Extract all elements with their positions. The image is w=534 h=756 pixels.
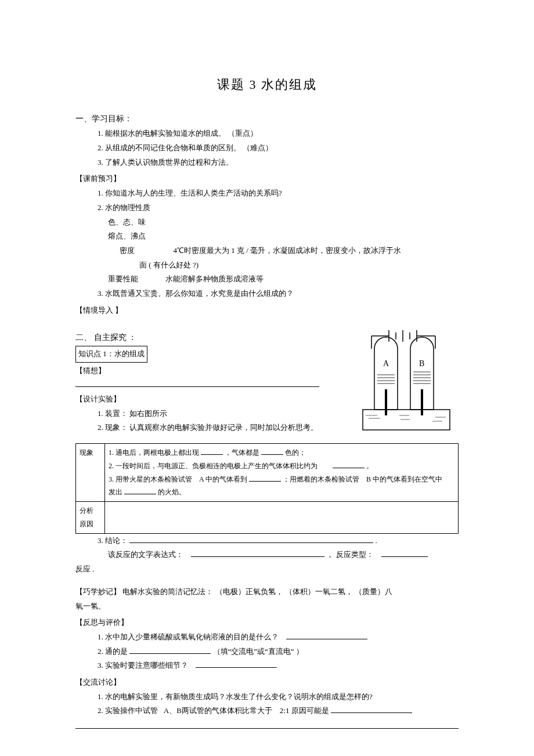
reflect-q3-blank <box>196 660 277 668</box>
ph-l4-b: 的火焰。 <box>158 488 186 496</box>
table-analysis-cell <box>105 502 459 534</box>
observation-table: 现象 1. 通电后，两根电极上都出现 ，气体都是 色的； 2. 一段时间后，与电… <box>75 443 459 534</box>
prestudy-p22: 熔点、沸点 <box>75 229 459 244</box>
goal-item-1: 1. 能根据水的电解实验知道水的组成。 （重点） <box>75 126 459 141</box>
conc-l2-a: 该反应的文字表达式： <box>108 550 183 559</box>
reflect-head: 【反思与评价】 <box>75 616 459 630</box>
prestudy-q3: 3. 水既普通又宝贵。那么你知道，水究竟是由什么组成的？ <box>75 287 459 301</box>
reflect-q1-text: 1. 水中加入少量稀硫酸或氢氧化钠溶液的目的是什么？ <box>98 632 279 641</box>
ph-blank-3 <box>333 461 365 468</box>
conc-l1-b: . <box>376 536 377 545</box>
prestudy-q1: 1. 你知道水与人的生理、生活和人类生产活动的关系吗? <box>75 186 459 201</box>
ph-blank-5 <box>124 487 156 494</box>
conc-blank-2 <box>191 549 324 557</box>
ph-l1-b: ，气体都是 <box>225 448 259 457</box>
reflect-q2-blank <box>129 646 211 654</box>
mnemonic-line-2: 氧一氢。 <box>75 599 459 614</box>
design-head: 【设计实验】 <box>75 392 348 407</box>
reflect-q1: 1. 水中加入少量稀硫酸或氢氧化钠溶液的目的是什么？ <box>75 630 459 645</box>
svg-rect-22 <box>363 410 450 430</box>
discuss-q2-c: 2:1 原因可能是 <box>280 706 329 715</box>
prestudy-p23-line1: 密度 4℃时密度最大为 1 克 / 毫升，水凝固成冰时，密度变小，故冰浮于水 <box>75 244 459 258</box>
reflect-q2: 2. 通的是 （填“交流电”或“直流电” ） <box>75 645 459 659</box>
electrolysis-diagram: A B <box>354 325 459 441</box>
prestudy-p21: 色、态、味 <box>75 215 459 230</box>
discuss-q1: 1. 水的电解实验里，有新物质生成吗？水发生了什么变化？说明水的组成是怎样的? <box>75 690 459 704</box>
design-item-1: 1. 装置： 如右图所示 <box>75 407 348 421</box>
prestudy-p23-line2: 面 ( 有什么好处 ?) <box>75 258 459 273</box>
prestudy-head: 【课前预习】 <box>75 172 459 186</box>
reflect-q3: 3. 实验时要注意哪些细节？ <box>75 659 459 673</box>
section-2-head: 二、 自主探究 ： <box>75 330 348 346</box>
prestudy-q2: 2. 水的物理性质 <box>75 201 459 215</box>
guess-label: 【猜想】 <box>75 366 106 375</box>
context-head: 【情境导入 】 <box>75 303 459 318</box>
ph-l1-c: 色的； <box>285 448 306 457</box>
ph-l3-d: B 中的气体看到在空气中 <box>366 475 442 483</box>
design-item-2: 2. 现象： 认真观察水的电解实验并做好记录，同时加以分析思考。 <box>75 421 348 435</box>
table-label-phenomenon: 现象 <box>76 444 105 502</box>
discuss-q2-b: A、B两试管的气体体积比常大于 <box>164 706 272 715</box>
ph-blank-4 <box>249 475 281 482</box>
ph-l4-a: 发出 <box>109 488 122 496</box>
reflect-q2-b: （填“交流电”或“直流电” ） <box>213 647 304 656</box>
knowledge-point-1: 知识点 1：水的组成 <box>75 346 147 363</box>
conclusion-line-2: 该反应的文字表达式： ， 反应类型： <box>75 548 459 562</box>
section-1-head: 一、学习目标： <box>75 111 459 127</box>
reflect-q3-text: 3. 实验时要注意哪些细节？ <box>98 661 188 670</box>
conclusion-line-3: 反应 . <box>75 562 459 577</box>
ph-l3-b: A 中的气体看到 <box>199 475 247 483</box>
table-label-analysis: 分析 原因 <box>76 502 105 534</box>
discuss-q2-a: 2. 实验操作中试管 <box>98 706 158 715</box>
ph-blank-2 <box>261 448 283 455</box>
conc-blank-3 <box>381 550 428 557</box>
discuss-q2: 2. 实验操作中试管 A、B两试管的气体体积比常大于 2:1 原因可能是 <box>75 704 459 718</box>
prestudy-p24a: 重要性能 <box>108 274 138 283</box>
conc-l1-a: 3. 结论： <box>98 536 128 545</box>
svg-text:A: A <box>383 359 389 368</box>
goal-item-3: 3. 了解人类认识物质世界的过程和方法。 <box>75 155 459 170</box>
mnemonic-line-1: 【巧学妙记】 电解水实验的简洁记忆法： （电极）正氧负氢， （体积）一氧二氢， … <box>75 585 459 599</box>
ph-l2-b: 。 <box>366 462 373 470</box>
table-phenomenon-cell: 1. 通电后，两根电极上都出现 ，气体都是 色的； 2. 一段时间后，与电源正、… <box>105 444 459 502</box>
discuss-head: 【交流讨论】 <box>75 675 459 690</box>
ph-l2-a: 2. 一段时间后，与电源正、负极相连的电极上产生的气体体积比约为 <box>109 462 317 470</box>
discuss-q2-blank <box>331 705 412 713</box>
conc-l2-b: ， 反应类型： <box>326 550 373 559</box>
prestudy-p23a: 密度 <box>120 246 135 255</box>
ph-l3-a: 3. 用带火星的木条检验试管 <box>109 475 192 483</box>
reflect-q2-a: 2. 通的是 <box>98 647 128 656</box>
ph-l1-a: 1. 通电后，两根电极上都出现 <box>109 448 199 457</box>
discuss-blank-line <box>75 721 459 729</box>
conclusion-line-1: 3. 结论： . <box>75 534 459 548</box>
ph-blank-1 <box>201 448 223 455</box>
guess-line: 【猜想】 <box>75 364 348 392</box>
reflect-q1-blank <box>286 631 367 639</box>
svg-text:B: B <box>419 359 424 368</box>
document-title: 课题 3 水的组成 <box>75 73 459 97</box>
goal-item-2: 2. 从组成的不同记住化合物和单质的区别。 （难点） <box>75 141 459 155</box>
prestudy-p23b: 4℃时密度最大为 1 克 / 毫升，水凝固成冰时，密度变小，故冰浮于水 <box>174 246 402 255</box>
prestudy-p24: 重要性能 水能溶解多种物质形成溶液等 <box>75 272 459 287</box>
conc-blank-1 <box>129 535 373 543</box>
ph-l3-c: ；用燃着的木条检验试管 <box>283 475 359 483</box>
guess-blank <box>75 379 319 387</box>
prestudy-p24b: 水能溶解多种物质形成溶液等 <box>165 274 264 283</box>
